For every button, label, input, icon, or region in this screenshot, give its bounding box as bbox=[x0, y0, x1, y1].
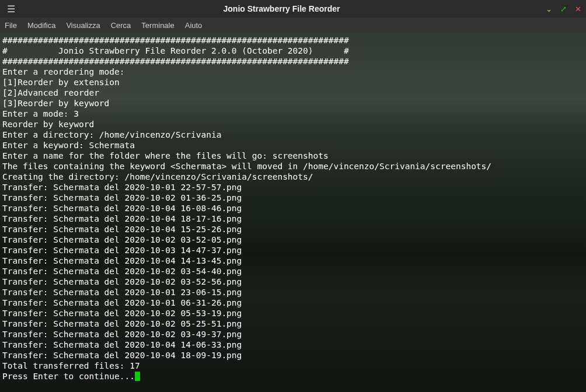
terminal-output[interactable]: ########################################… bbox=[0, 33, 586, 392]
hamburger-icon[interactable]: ☰ bbox=[5, 4, 18, 15]
terminal-line: Reorder by keyword bbox=[2, 119, 584, 130]
terminal-line: The files containing the keyword <Scherm… bbox=[2, 161, 584, 172]
maximize-icon[interactable]: ⤢ bbox=[560, 5, 567, 13]
close-icon[interactable]: ✕ bbox=[575, 5, 581, 13]
menu-cerca[interactable]: Cerca bbox=[111, 21, 131, 30]
terminal-line: Transfer: Schermata del 2020-10-02 03-49… bbox=[2, 329, 584, 340]
terminal-line: [2]Advanced reorder bbox=[2, 88, 584, 98]
terminal-line: Transfer: Schermata del 2020-10-04 16-08… bbox=[2, 203, 584, 214]
terminal-line: Transfer: Schermata del 2020-10-04 15-25… bbox=[2, 224, 584, 235]
terminal-line: Enter a name for the folder where the fi… bbox=[2, 150, 584, 161]
terminal-line: [3]Reorder by keyword bbox=[2, 98, 584, 108]
terminal-line: Creating the directory: /home/vincenzo/S… bbox=[2, 172, 584, 182]
terminal-line: Enter a mode: 3 bbox=[2, 108, 584, 119]
menu-terminale[interactable]: Terminale bbox=[141, 21, 174, 30]
terminal-line: Enter a keyword: Schermata bbox=[2, 140, 584, 150]
terminal-line: Transfer: Schermata del 2020-10-02 03-54… bbox=[2, 266, 584, 276]
terminal-line: Press Enter to continue... bbox=[2, 371, 584, 382]
terminal-line: Transfer: Schermata del 2020-10-02 03-52… bbox=[2, 276, 584, 287]
terminal-line: Transfer: Schermata del 2020-10-01 23-06… bbox=[2, 287, 584, 298]
terminal-line: # Jonio Strawberry File Reorder 2.0.0 (O… bbox=[2, 46, 584, 56]
window-controls: ⌄ ⤢ ✕ bbox=[546, 5, 581, 13]
terminal-line: Transfer: Schermata del 2020-10-04 14-13… bbox=[2, 256, 584, 266]
menu-visualizza[interactable]: Visualizza bbox=[66, 21, 100, 30]
terminal-line: Transfer: Schermata del 2020-10-04 18-17… bbox=[2, 214, 584, 224]
terminal-line: [1]Reorder by extension bbox=[2, 77, 584, 88]
terminal-line: ########################################… bbox=[2, 35, 584, 46]
terminal-line: Transfer: Schermata del 2020-10-01 06-31… bbox=[2, 298, 584, 308]
terminal-line: Enter a reordering mode: bbox=[2, 66, 584, 77]
minimize-icon[interactable]: ⌄ bbox=[546, 5, 552, 13]
titlebar: ☰ Jonio Strawberry File Reorder ⌄ ⤢ ✕ bbox=[0, 0, 586, 18]
cursor-icon bbox=[135, 372, 140, 381]
menu-file[interactable]: File bbox=[5, 21, 17, 30]
menu-aiuto[interactable]: Aiuto bbox=[185, 21, 203, 30]
terminal-line: Transfer: Schermata del 2020-10-01 22-57… bbox=[2, 182, 584, 192]
terminal-line: Transfer: Schermata del 2020-10-02 05-53… bbox=[2, 308, 584, 318]
terminal-line: Transfer: Schermata del 2020-10-02 03-52… bbox=[2, 235, 584, 245]
window-title: Jonio Strawberry File Reorder bbox=[18, 4, 546, 13]
terminal-line: Transfer: Schermata del 2020-10-04 14-06… bbox=[2, 340, 584, 350]
terminal-line: Transfer: Schermata del 2020-10-02 01-36… bbox=[2, 192, 584, 203]
terminal-line: ########################################… bbox=[2, 56, 584, 66]
terminal-line: Transfer: Schermata del 2020-10-02 05-25… bbox=[2, 318, 584, 329]
menubar: File Modifica Visualizza Cerca Terminale… bbox=[0, 18, 586, 33]
terminal-line: Transfer: Schermata del 2020-10-03 14-47… bbox=[2, 245, 584, 256]
terminal-line: Transfer: Schermata del 2020-10-04 18-09… bbox=[2, 350, 584, 360]
menu-modifica[interactable]: Modifica bbox=[27, 21, 55, 30]
terminal-line: Total transferred files: 17 bbox=[2, 360, 584, 371]
terminal-line: Enter a directory: /home/vincenzo/Scriva… bbox=[2, 130, 584, 140]
